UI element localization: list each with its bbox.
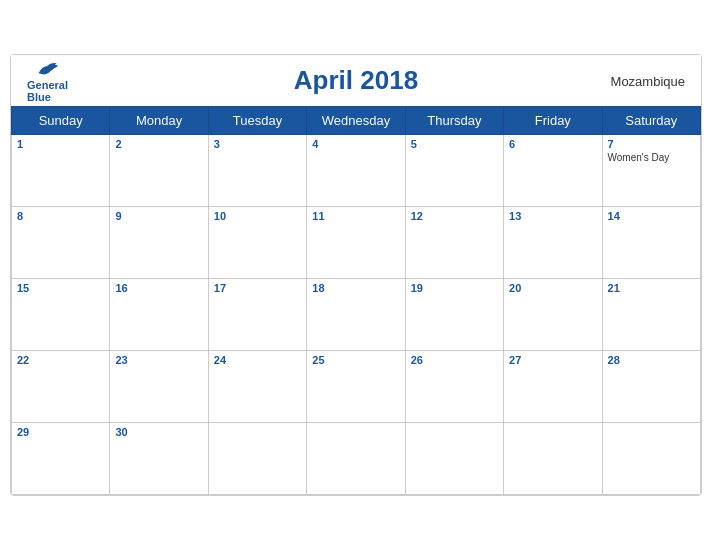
calendar-cell: 6 <box>504 135 602 207</box>
day-number: 15 <box>17 282 104 294</box>
calendar-cell: 22 <box>12 351 110 423</box>
calendar-cell: 5 <box>405 135 503 207</box>
day-number: 28 <box>608 354 695 366</box>
day-number: 8 <box>17 210 104 222</box>
day-number: 11 <box>312 210 399 222</box>
calendar-cell: 16 <box>110 279 208 351</box>
calendar-cell: 26 <box>405 351 503 423</box>
logo-text: General Blue <box>27 78 68 102</box>
day-number: 19 <box>411 282 498 294</box>
calendar-cell: 12 <box>405 207 503 279</box>
calendar-cell: 15 <box>12 279 110 351</box>
calendar-cell: 18 <box>307 279 405 351</box>
calendar-cell: 28 <box>602 351 700 423</box>
calendar-cell: 2 <box>110 135 208 207</box>
calendar-cell: 10 <box>208 207 306 279</box>
day-number: 2 <box>115 138 202 150</box>
col-saturday: Saturday <box>602 107 700 135</box>
calendar-cell: 30 <box>110 423 208 495</box>
col-tuesday: Tuesday <box>208 107 306 135</box>
calendar-week-row: 2930 <box>12 423 701 495</box>
weekday-header-row: Sunday Monday Tuesday Wednesday Thursday… <box>12 107 701 135</box>
calendar-cell: 23 <box>110 351 208 423</box>
calendar-week-row: 15161718192021 <box>12 279 701 351</box>
calendar-grid: Sunday Monday Tuesday Wednesday Thursday… <box>11 106 701 495</box>
day-number: 4 <box>312 138 399 150</box>
calendar-cell: 20 <box>504 279 602 351</box>
calendar-cell: 27 <box>504 351 602 423</box>
calendar-cell: 25 <box>307 351 405 423</box>
calendar-title: April 2018 <box>294 65 418 96</box>
calendar-header: General Blue April 2018 Mozambique <box>11 55 701 106</box>
calendar-cell: 21 <box>602 279 700 351</box>
country-label: Mozambique <box>611 73 685 88</box>
calendar-cell: 17 <box>208 279 306 351</box>
day-number: 27 <box>509 354 596 366</box>
logo: General Blue <box>27 58 68 102</box>
holiday-label: Women's Day <box>608 152 695 163</box>
day-number: 21 <box>608 282 695 294</box>
day-number: 9 <box>115 210 202 222</box>
calendar-week-row: 891011121314 <box>12 207 701 279</box>
day-number: 12 <box>411 210 498 222</box>
day-number: 6 <box>509 138 596 150</box>
calendar-cell: 1 <box>12 135 110 207</box>
day-number: 14 <box>608 210 695 222</box>
col-monday: Monday <box>110 107 208 135</box>
calendar-cell <box>307 423 405 495</box>
calendar-week-row: 1234567Women's Day <box>12 135 701 207</box>
day-number: 16 <box>115 282 202 294</box>
calendar-cell: 19 <box>405 279 503 351</box>
calendar-cell: 11 <box>307 207 405 279</box>
calendar-cell: 14 <box>602 207 700 279</box>
calendar-cell: 7Women's Day <box>602 135 700 207</box>
calendar-week-row: 22232425262728 <box>12 351 701 423</box>
day-number: 7 <box>608 138 695 150</box>
calendar-cell: 9 <box>110 207 208 279</box>
day-number: 23 <box>115 354 202 366</box>
col-sunday: Sunday <box>12 107 110 135</box>
col-thursday: Thursday <box>405 107 503 135</box>
col-wednesday: Wednesday <box>307 107 405 135</box>
calendar-cell: 8 <box>12 207 110 279</box>
day-number: 22 <box>17 354 104 366</box>
calendar-container: General Blue April 2018 Mozambique Sunda… <box>10 54 702 496</box>
calendar-cell: 3 <box>208 135 306 207</box>
calendar-cell: 4 <box>307 135 405 207</box>
col-friday: Friday <box>504 107 602 135</box>
day-number: 10 <box>214 210 301 222</box>
day-number: 25 <box>312 354 399 366</box>
day-number: 1 <box>17 138 104 150</box>
day-number: 13 <box>509 210 596 222</box>
calendar-cell: 29 <box>12 423 110 495</box>
day-number: 30 <box>115 426 202 438</box>
calendar-cell <box>602 423 700 495</box>
calendar-cell <box>504 423 602 495</box>
day-number: 20 <box>509 282 596 294</box>
day-number: 18 <box>312 282 399 294</box>
day-number: 24 <box>214 354 301 366</box>
calendar-cell: 13 <box>504 207 602 279</box>
calendar-cell <box>208 423 306 495</box>
day-number: 26 <box>411 354 498 366</box>
calendar-cell <box>405 423 503 495</box>
day-number: 3 <box>214 138 301 150</box>
day-number: 5 <box>411 138 498 150</box>
calendar-cell: 24 <box>208 351 306 423</box>
day-number: 29 <box>17 426 104 438</box>
day-number: 17 <box>214 282 301 294</box>
